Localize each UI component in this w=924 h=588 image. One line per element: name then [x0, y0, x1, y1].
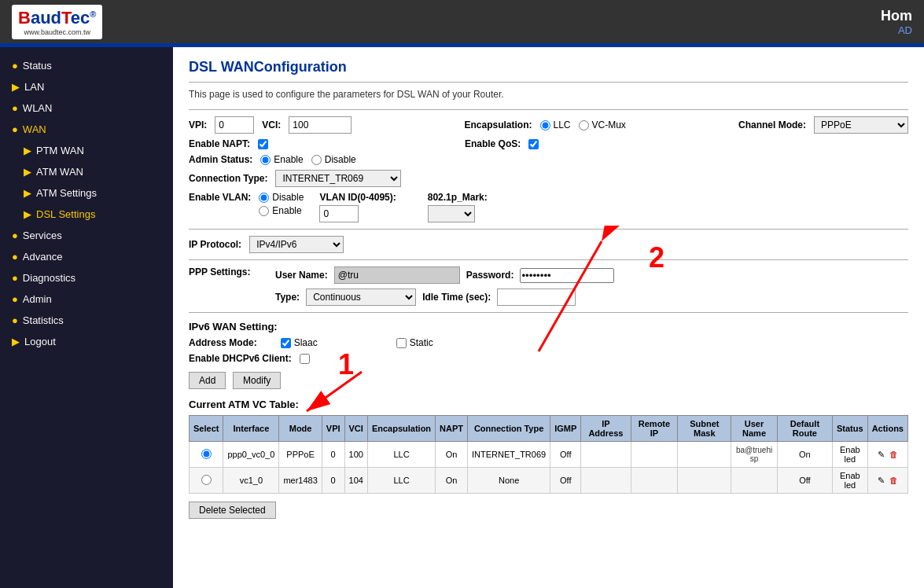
sidebar-item-statistics[interactable]: ● Statistics [0, 310, 173, 331]
sidebar-item-diagnostics[interactable]: ● Diagnostics [0, 267, 173, 288]
vlan-enable-radio[interactable] [259, 206, 269, 216]
static-checkbox[interactable] [396, 338, 407, 348]
th-actions: Actions [867, 416, 907, 442]
th-mode: Mode [279, 416, 322, 442]
vlan-8021p-select[interactable] [428, 205, 475, 222]
sidebar-item-wlan[interactable]: ● WLAN [0, 97, 173, 119]
ip-protocol-select[interactable]: IPv4/IPv6 IPv4 IPv6 [249, 236, 344, 253]
admin-disable-label[interactable]: Disable [311, 154, 356, 165]
sidebar-item-dsl-settings[interactable]: ▶ DSL Settings [0, 204, 173, 225]
delete-selected-button[interactable]: Delete Selected [189, 502, 276, 519]
vlan-id-input[interactable] [319, 205, 359, 222]
vlan-divider [189, 229, 908, 230]
username-input[interactable] [334, 266, 460, 284]
static-label[interactable]: Static [396, 337, 433, 348]
enable-vlan-label: Enable VLAN: [189, 192, 251, 203]
admin-enable-radio[interactable] [260, 155, 271, 165]
th-select: Select [190, 416, 223, 442]
ip-divider [189, 259, 908, 260]
sidebar-item-label: Status [23, 60, 52, 72]
enable-napt-checkbox[interactable] [258, 139, 268, 149]
row1-select[interactable] [190, 442, 223, 468]
vlan-disable-radio[interactable] [259, 193, 269, 203]
connection-type-select[interactable]: INTERNET_TR069 INTERNET TR069 OTHER [275, 170, 401, 187]
sidebar-item-admin[interactable]: ● Admin [0, 288, 173, 310]
row1-mode: PPPoE [279, 442, 322, 468]
vlan-8021p-label: 802.1p_Mark: [428, 192, 488, 203]
row2-edit-icon[interactable]: ✎ [878, 476, 885, 485]
dhcpv6-label: Enable DHCPv6 Client: [189, 353, 292, 364]
slaac-checkbox[interactable] [281, 338, 291, 348]
type-label: Type: [275, 292, 300, 303]
bullet-icon: ● [12, 123, 18, 135]
th-vpi: VPI [322, 416, 344, 442]
row2-delete-icon[interactable]: 🗑 [889, 476, 898, 485]
encap-vcmux-radio[interactable] [579, 120, 589, 130]
arrow-icon: ▶ [24, 208, 31, 220]
vpi-input[interactable] [215, 116, 254, 134]
sidebar-item-label: WLAN [23, 102, 53, 114]
add-button[interactable]: Add [189, 372, 226, 389]
row1-vpi: 0 [322, 442, 344, 468]
bullet-icon: ● [12, 314, 18, 326]
form-row-connection-type: Connection Type: INTERNET_TR069 INTERNET… [189, 170, 908, 187]
enable-napt-label: Enable NAPT: [189, 138, 250, 149]
page-description: This page is used to configure the param… [189, 89, 908, 100]
row2-subnet [678, 468, 731, 494]
sidebar-item-services[interactable]: ● Services [0, 225, 173, 246]
arrow-icon: ▶ [12, 336, 20, 347]
idle-time-input[interactable] [497, 288, 576, 306]
admin-enable-label[interactable]: Enable [260, 154, 303, 165]
row2-username [731, 468, 778, 494]
form-row-ip-protocol: IP Protocol: IPv4/IPv6 IPv4 IPv6 [189, 236, 908, 253]
encap-llc-radio[interactable] [540, 120, 550, 130]
encap-vcmux-label[interactable]: VC-Mux [579, 119, 626, 130]
password-input[interactable] [520, 268, 614, 283]
addr-mode-row: Address Mode: Slaac Static [189, 337, 908, 348]
title-divider [189, 82, 908, 83]
row1-edit-icon[interactable]: ✎ [878, 450, 885, 459]
ipv6-header: IPv6 WAN Setting: [189, 321, 908, 333]
sidebar-item-atm-wan[interactable]: ▶ ATM WAN [0, 161, 173, 182]
channel-mode-select[interactable]: PPPoE PPPoA IPoE Bridge [814, 116, 908, 134]
ppp-username-row: User Name: Password: [275, 266, 614, 284]
sidebar-item-status[interactable]: ● Status [0, 55, 173, 76]
form-row-vpi-vci: VPI: VCI: Encapsulation: LLC VC-Mux Chan… [189, 116, 908, 134]
row2-select[interactable] [190, 468, 223, 494]
dhcpv6-row: Enable DHCPv6 Client: [189, 353, 908, 364]
row2-igmp: Off [550, 468, 581, 494]
sidebar-item-ptm-wan[interactable]: ▶ PTM WAN [0, 140, 173, 161]
vlan-enable-label[interactable]: Enable [259, 205, 301, 216]
sidebar-item-advance[interactable]: ● Advance [0, 246, 173, 267]
th-interface: Interface [223, 416, 279, 442]
row1-remote-ip [631, 442, 678, 468]
vci-input[interactable] [289, 116, 352, 134]
vlan-disable-label[interactable]: Disable [259, 192, 304, 203]
form-row-admin-status: Admin Status: Enable Disable [189, 154, 908, 165]
row2-vci: 104 [344, 468, 367, 494]
dhcpv6-checkbox[interactable] [300, 354, 310, 364]
encap-llc-label[interactable]: LLC [540, 119, 571, 130]
th-default-route: Default Route [777, 416, 832, 442]
type-select[interactable]: Continuous Connect on Demand Manual [306, 288, 416, 306]
sidebar-item-label: Services [23, 230, 62, 241]
row1-delete-icon[interactable]: 🗑 [889, 450, 898, 459]
sidebar-item-wan[interactable]: ● WAN [0, 119, 173, 140]
row1-radio[interactable] [201, 449, 212, 459]
slaac-label[interactable]: Slaac [281, 337, 318, 348]
row1-subnet [678, 442, 731, 468]
sidebar-item-logout[interactable]: ▶ Logout [0, 331, 173, 352]
delete-section: Delete Selected [189, 502, 908, 519]
row1-actions[interactable]: ✎ 🗑 [867, 442, 907, 468]
sidebar-item-lan[interactable]: ▶ LAN [0, 76, 173, 97]
sidebar-item-atm-settings[interactable]: ▶ ATM Settings [0, 182, 173, 204]
modify-button[interactable]: Modify [233, 372, 281, 389]
row2-radio[interactable] [201, 475, 212, 485]
sidebar-item-label: WAN [23, 123, 46, 135]
enable-qos-checkbox[interactable] [528, 139, 539, 149]
row1-ip [581, 442, 631, 468]
row2-actions[interactable]: ✎ 🗑 [867, 468, 907, 494]
adv-text: AD [881, 24, 912, 36]
admin-disable-radio[interactable] [311, 155, 322, 165]
arrow-icon: ▶ [24, 145, 31, 156]
